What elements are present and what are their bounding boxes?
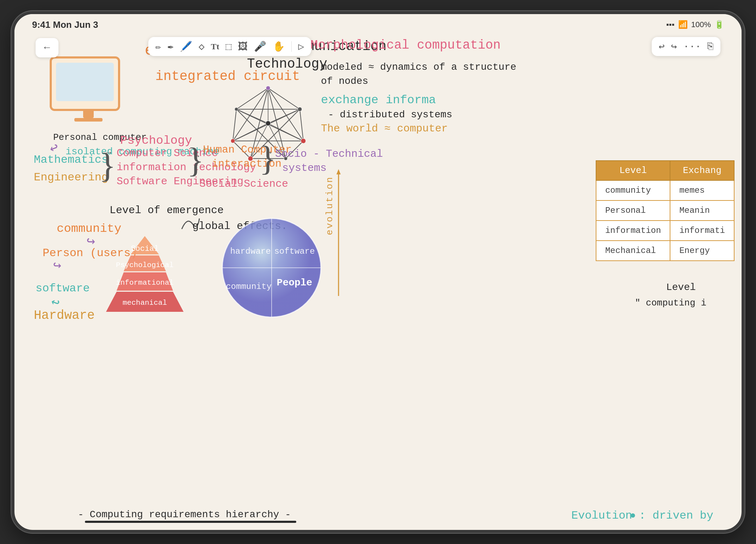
text-tool[interactable]: Tt — [211, 42, 219, 51]
computing-req-label: - Computing requirements hierarchy - — [78, 509, 291, 520]
systems-label: systems — [282, 162, 327, 174]
canvas-area: Personal computer ↪ isolated computing m… — [14, 35, 742, 530]
image-tool[interactable]: 🖼 — [238, 41, 248, 52]
mathematics-label: Mathematics — [34, 153, 108, 166]
svg-text:software: software — [274, 247, 315, 256]
ipad-frame: 9:41 Mon Jun 3 ▪▪▪ 📶 100% 🔋 ← ✏️ ✒️ 🖊️ ◇… — [12, 11, 744, 533]
eraser-tool[interactable]: ◇ — [199, 41, 205, 52]
pyramid-illustration: Social Psychological informational mecha… — [94, 236, 196, 331]
social-science-label: Social Science — [199, 178, 288, 190]
level-bottom-label: Level — [666, 282, 696, 293]
curved-arrow-person: ↩ — [53, 257, 61, 273]
signal-icon: ▪▪▪ — [666, 20, 674, 29]
pen-tool[interactable]: ✒️ — [168, 41, 174, 52]
svg-marker-50 — [336, 169, 341, 174]
battery-indicator: 100% — [691, 20, 711, 29]
svg-point-27 — [301, 138, 306, 143]
table-row: Mechanical Energy — [596, 241, 734, 261]
redo-button[interactable]: ↪ — [671, 41, 677, 52]
monitor-stand — [83, 111, 94, 118]
battery-icon: 🔋 — [714, 20, 724, 29]
copy-button[interactable]: ⎘ — [707, 41, 713, 52]
table-cell-memes: memes — [670, 180, 734, 200]
table-cell-community: community — [596, 180, 670, 200]
table-header-level: Level — [596, 161, 670, 180]
socio-technical-label: Socio - Technical — [275, 148, 383, 160]
globe-illustration: hardware software community People — [219, 215, 324, 321]
marker-tool[interactable]: 🖊️ — [180, 41, 192, 52]
table-header-exchange: Exchang — [670, 161, 734, 180]
svg-point-28 — [231, 139, 235, 143]
svg-point-26 — [235, 107, 238, 111]
pencil-tool[interactable]: ✏️ — [155, 41, 161, 52]
table-cell-energy: Energy — [670, 241, 734, 261]
psychology-label: Psychology — [120, 134, 192, 147]
top-right-toolbar: ↩ ↪ ··· ⎘ — [652, 37, 720, 56]
hand-tool[interactable]: ✋ — [273, 41, 285, 52]
level-emergence-label: Level of emergence — [110, 204, 224, 216]
undo-button[interactable]: ↩ — [659, 41, 665, 52]
more-options-button[interactable]: ··· — [683, 41, 701, 52]
table-cell-meaning: Meanin — [670, 200, 734, 221]
table-cell-mechanical: Mechanical — [596, 241, 670, 261]
svg-line-8 — [233, 88, 268, 141]
of-nodes-text: of nodes — [321, 76, 368, 87]
svg-line-7 — [268, 88, 303, 141]
toolbar-divider — [291, 41, 292, 52]
engineering-label: Engineering — [34, 171, 108, 184]
table-row: information informati — [596, 221, 734, 241]
modeled-text: modeled ≈ dynamics of a structure — [321, 62, 516, 73]
status-icons: ▪▪▪ 📶 100% 🔋 — [666, 20, 724, 29]
arrow-right-2: → — [194, 152, 199, 161]
software-left-label: software — [36, 282, 90, 295]
table-cell-information: information — [596, 221, 670, 241]
svg-text:Psychological: Psychological — [116, 261, 174, 269]
drawing-toolbar: ✏️ ✒️ 🖊️ ◇ Tt ⬚ 🖼 🎤 ✋ ▷ — [148, 37, 311, 56]
table-cell-personal: Personal — [596, 200, 670, 221]
level-table: Level Exchang community memes Personal M… — [596, 160, 735, 261]
progress-line — [85, 521, 296, 523]
table-row: Personal Meanin — [596, 200, 734, 221]
svg-text:mechanical: mechanical — [123, 299, 167, 307]
bracket-right-3: } — [259, 141, 276, 176]
svg-text:community: community — [226, 282, 272, 291]
status-time: 9:41 Mon Jun 3 — [32, 19, 98, 30]
morphological-label: Morphological computation — [310, 38, 501, 52]
svg-text:informational: informational — [116, 279, 174, 287]
telecom2-label: Technology — [247, 56, 327, 72]
arrow-right-3: → — [266, 148, 271, 157]
svg-line-19 — [268, 123, 303, 141]
audio-tool[interactable]: 🎤 — [254, 41, 266, 52]
exchange-label: exchange informa — [321, 93, 436, 107]
evolution-bottom-label: Evolution : driven by — [571, 509, 713, 522]
table-row: community memes — [596, 180, 734, 200]
table-cell-informati: informati — [670, 221, 734, 241]
back-button[interactable]: ← — [36, 38, 58, 57]
back-arrow-icon: ← — [44, 42, 50, 53]
distributed-systems-label: - distributed systems — [328, 109, 452, 120]
svg-point-24 — [266, 86, 270, 90]
hardware-label: Hardware — [34, 308, 95, 323]
computing-bottom-label: " computing i — [635, 298, 706, 308]
svg-text:hardware: hardware — [230, 247, 271, 256]
svg-text:Social: Social — [131, 245, 159, 253]
more-tool[interactable]: ▷ — [298, 41, 304, 52]
svg-point-31 — [266, 121, 271, 126]
monitor-outer — [50, 56, 120, 111]
evolution-vertical-label: evolution — [324, 176, 335, 235]
world-computer-label: The world ≈ computer — [321, 123, 448, 135]
status-bar: 9:41 Mon Jun 3 ▪▪▪ 📶 100% 🔋 — [14, 14, 742, 35]
arrow-right-1: → — [106, 148, 111, 157]
monitor-screen — [56, 63, 114, 101]
svg-text:People: People — [277, 277, 312, 288]
svg-point-25 — [298, 107, 302, 111]
svg-line-20 — [233, 123, 268, 141]
computer-illustration — [50, 56, 127, 127]
wifi-icon: 📶 — [678, 20, 688, 29]
select-tool[interactable]: ⬚ — [226, 41, 232, 52]
monitor-base — [74, 118, 103, 122]
